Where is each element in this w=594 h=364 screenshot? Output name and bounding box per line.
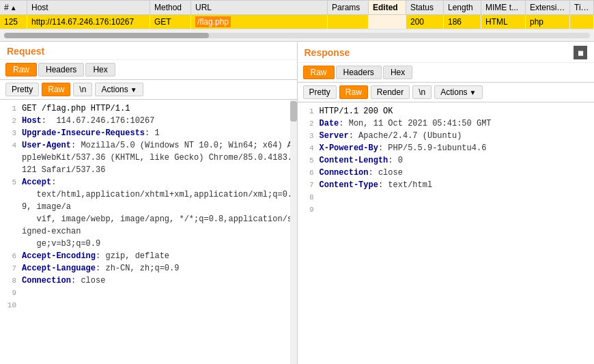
- scroll-thumb: [4, 33, 209, 38]
- request-raw-btn[interactable]: Raw: [42, 83, 70, 96]
- row-method: GET: [150, 15, 191, 29]
- response-title: Response: [305, 47, 350, 58]
- col-header-num: # ▲: [0, 1, 27, 14]
- resp-line-3: 3 Server: Apache/2.4.7 (Ubuntu): [298, 130, 595, 142]
- row-url: /flag.php: [191, 15, 328, 29]
- req-line-6: 6 Accept-Encoding: gzip, deflate: [0, 250, 297, 262]
- resp-line-8: 8: [298, 191, 595, 204]
- chevron-down-icon-resp: ▼: [470, 89, 477, 96]
- req-line-9: 9: [0, 287, 297, 299]
- row-host: http://114.67.246.176:10267: [27, 15, 150, 29]
- chevron-down-icon: ▼: [130, 86, 137, 94]
- resp-line-6: 6 Connection: close: [298, 167, 595, 179]
- col-header-host[interactable]: Host: [27, 1, 150, 14]
- col-header-status[interactable]: Status: [406, 1, 444, 14]
- req-line-4: 4 User-Agent: Mozilla/5.0 (Windows NT 10…: [0, 139, 297, 176]
- request-panel: Request Raw Headers Hex Pretty Raw \n Ac…: [0, 42, 298, 364]
- response-toolbar: Pretty Raw Render \n Actions ▼: [298, 83, 595, 102]
- tab-request-hex[interactable]: Hex: [85, 63, 115, 76]
- col-header-url[interactable]: URL: [191, 1, 328, 14]
- request-tab-bar: Raw Headers Hex: [0, 60, 297, 80]
- request-scrollbar-thumb: [290, 101, 297, 122]
- request-scrollbar[interactable]: [290, 100, 297, 364]
- sort-arrow: ▲: [10, 4, 17, 12]
- col-header-method[interactable]: Method: [150, 1, 191, 14]
- resp-line-2: 2 Date: Mon, 11 Oct 2021 05:41:50 GMT: [298, 117, 595, 130]
- req-line-1: 1 GET /flag.php HTTP/1.1: [0, 102, 297, 115]
- request-actions-label: Actions: [101, 85, 128, 94]
- resp-line-7: 7 Content-Type: text/html: [298, 179, 595, 191]
- response-actions-label: Actions: [440, 87, 467, 97]
- col-header-edited[interactable]: Edited: [369, 1, 406, 14]
- horizontal-scrollbar[interactable]: [0, 29, 594, 42]
- response-render-btn[interactable]: Render: [371, 85, 410, 99]
- response-raw-btn[interactable]: Raw: [339, 85, 368, 99]
- scroll-track: [4, 33, 590, 38]
- row-num: 125: [0, 15, 27, 29]
- request-actions-btn[interactable]: Actions ▼: [95, 83, 143, 96]
- response-n-btn[interactable]: \n: [412, 85, 432, 99]
- response-panel-header: Response ◼: [298, 42, 595, 63]
- request-n-btn[interactable]: \n: [73, 83, 92, 96]
- row-ext: php: [526, 15, 570, 29]
- col-header-mime[interactable]: MIME t...: [481, 1, 526, 14]
- row-length: 186: [444, 15, 481, 29]
- row-mime: HTML: [481, 15, 526, 29]
- request-title: Request: [7, 46, 44, 57]
- row-edited: [369, 15, 406, 29]
- url-highlight: /flag.php: [195, 16, 231, 27]
- tab-response-headers[interactable]: Headers: [336, 66, 382, 79]
- req-line-10: 10: [0, 299, 297, 311]
- col-header-title[interactable]: Titl...: [570, 1, 594, 14]
- response-content[interactable]: 1 HTTP/1.1 200 OK 2 Date: Mon, 11 Oct 20…: [298, 102, 595, 364]
- req-line-8: 8 Connection: close: [0, 275, 297, 287]
- row-title: [570, 15, 594, 29]
- response-tab-bar: Raw Headers Hex: [298, 63, 595, 83]
- resp-line-1: 1 HTTP/1.1 200 OK: [298, 105, 595, 117]
- tab-request-headers[interactable]: Headers: [38, 63, 84, 76]
- tab-response-hex[interactable]: Hex: [383, 66, 412, 79]
- request-panel-header: Request: [0, 42, 297, 60]
- request-pretty-btn[interactable]: Pretty: [5, 83, 39, 96]
- panel-header-right: ◼: [574, 46, 587, 59]
- row-params: [328, 15, 369, 29]
- col-header-params[interactable]: Params: [328, 1, 369, 14]
- req-line-5: 5 Accept: text/html,application/xhtml+xm…: [0, 176, 297, 250]
- req-line-3: 3 Upgrade-Insecure-Requests: 1: [0, 127, 297, 139]
- col-header-ext[interactable]: Extension: [526, 1, 570, 14]
- table-row[interactable]: 125 http://114.67.246.176:10267 GET /fla…: [0, 15, 594, 29]
- req-line-7: 7 Accept-Language: zh-CN, zh;q=0.9: [0, 262, 297, 275]
- row-status: 200: [406, 15, 444, 29]
- resp-line-5: 5 Content-Length: 0: [298, 154, 595, 167]
- col-header-length[interactable]: Length: [444, 1, 481, 14]
- resp-line-9: 9: [298, 204, 595, 216]
- close-button[interactable]: ◼: [574, 46, 587, 59]
- response-pretty-btn[interactable]: Pretty: [303, 85, 337, 99]
- resp-line-4: 4 X-Powered-By: PHP/5.5.9-1ubuntu4.6: [298, 142, 595, 154]
- tab-request-raw[interactable]: Raw: [5, 63, 37, 76]
- request-toolbar: Pretty Raw \n Actions ▼: [0, 80, 297, 100]
- response-panel: Response ◼ Raw Headers Hex Pretty Raw Re…: [298, 42, 595, 364]
- request-content[interactable]: 1 GET /flag.php HTTP/1.1 2 Host: 114.67.…: [0, 100, 297, 364]
- response-actions-btn[interactable]: Actions ▼: [434, 85, 482, 99]
- req-line-2: 2 Host: 114.67.246.176:10267: [0, 115, 297, 127]
- tab-response-raw[interactable]: Raw: [303, 66, 335, 79]
